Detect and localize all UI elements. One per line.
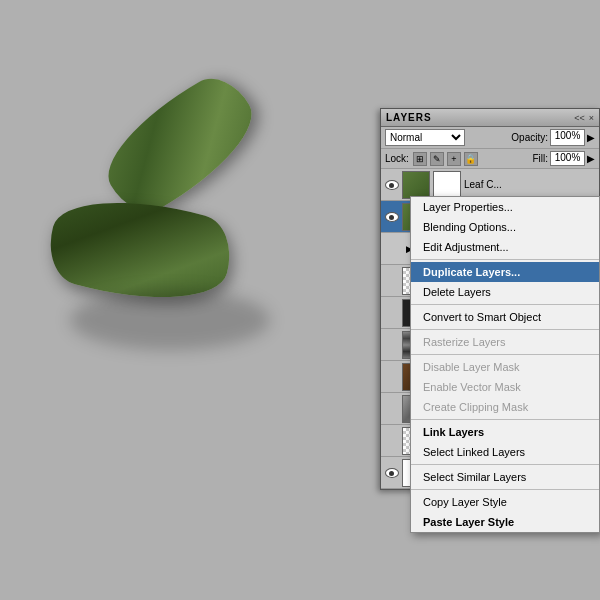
menu-item-copy-layer-style[interactable]: Copy Layer Style [411, 492, 599, 512]
menu-item-rasterize: Rasterize Layers [411, 332, 599, 352]
opacity-arrow[interactable]: ▶ [587, 132, 595, 143]
lock-position-icon[interactable]: + [447, 152, 461, 166]
menu-item-link-layers[interactable]: Link Layers [411, 422, 599, 442]
menu-separator-6 [411, 464, 599, 465]
layer-eye-1[interactable] [384, 177, 400, 193]
lock-label: Lock: [385, 153, 409, 164]
eye-icon-1 [385, 180, 399, 190]
layer-eye-3[interactable] [384, 241, 400, 257]
lock-pixels-icon[interactable]: ⊞ [413, 152, 427, 166]
menu-separator-2 [411, 304, 599, 305]
layer-name-1: Leaf C... [464, 179, 596, 190]
layer-eye-10[interactable] [384, 465, 400, 481]
layer-eye-8[interactable] [384, 401, 400, 417]
menu-item-disable-layer-mask: Disable Layer Mask [411, 357, 599, 377]
menu-separator-5 [411, 419, 599, 420]
layer-eye-4[interactable] [384, 273, 400, 289]
panel-header: LAYERS << × [381, 109, 599, 127]
menu-item-select-similar[interactable]: Select Similar Layers [411, 467, 599, 487]
menu-separator-4 [411, 354, 599, 355]
menu-item-delete-layers[interactable]: Delete Layers [411, 282, 599, 302]
eye-icon-10 [385, 468, 399, 478]
layer-eye-5[interactable] [384, 305, 400, 321]
blend-mode-select[interactable]: Normal [385, 129, 465, 146]
menu-item-enable-vector-mask: Enable Vector Mask [411, 377, 599, 397]
context-menu: Layer Properties... Blending Options... … [410, 196, 600, 533]
menu-item-layer-properties[interactable]: Layer Properties... [411, 197, 599, 217]
menu-item-create-clipping-mask: Create Clipping Mask [411, 397, 599, 417]
layer-eye-7[interactable] [384, 369, 400, 385]
menu-item-blending-options[interactable]: Blending Options... [411, 217, 599, 237]
menu-item-duplicate-layers[interactable]: Duplicate Layers... [411, 262, 599, 282]
panel-close-btn[interactable]: × [589, 113, 594, 123]
opacity-value[interactable]: 100% [550, 129, 585, 146]
leaf-1 [88, 66, 272, 224]
menu-item-edit-adjustment[interactable]: Edit Adjustment... [411, 237, 599, 257]
blend-opacity-row: Normal Opacity: 100% ▶ [381, 127, 599, 149]
leaf-shadow [70, 290, 270, 350]
menu-separator-3 [411, 329, 599, 330]
lock-all-icon[interactable]: 🔒 [464, 152, 478, 166]
menu-item-convert-smart[interactable]: Convert to Smart Object [411, 307, 599, 327]
lock-icons: ⊞ ✎ + 🔒 [413, 152, 478, 166]
eye-icon-2 [385, 212, 399, 222]
fill-value[interactable]: 100% [550, 151, 585, 166]
layer-mask-1 [433, 171, 461, 199]
menu-item-select-linked[interactable]: Select Linked Layers [411, 442, 599, 462]
menu-item-paste-layer-style[interactable]: Paste Layer Style [411, 512, 599, 532]
panel-collapse-btn[interactable]: << [574, 113, 585, 123]
layer-eye-2[interactable] [384, 209, 400, 225]
fill-arrow[interactable]: ▶ [587, 153, 595, 164]
layer-eye-9[interactable] [384, 433, 400, 449]
layer-eye-6[interactable] [384, 337, 400, 353]
leaf-illustration [20, 60, 310, 460]
layer-thumb-1 [402, 171, 430, 199]
panel-title: LAYERS [386, 112, 432, 123]
panel-controls: << × [574, 113, 594, 123]
menu-separator-7 [411, 489, 599, 490]
lock-move-icon[interactable]: ✎ [430, 152, 444, 166]
opacity-label: Opacity: [511, 132, 548, 143]
lock-fill-row: Lock: ⊞ ✎ + 🔒 Fill: 100% ▶ [381, 149, 599, 169]
menu-separator-1 [411, 259, 599, 260]
fill-label: Fill: [532, 153, 548, 164]
